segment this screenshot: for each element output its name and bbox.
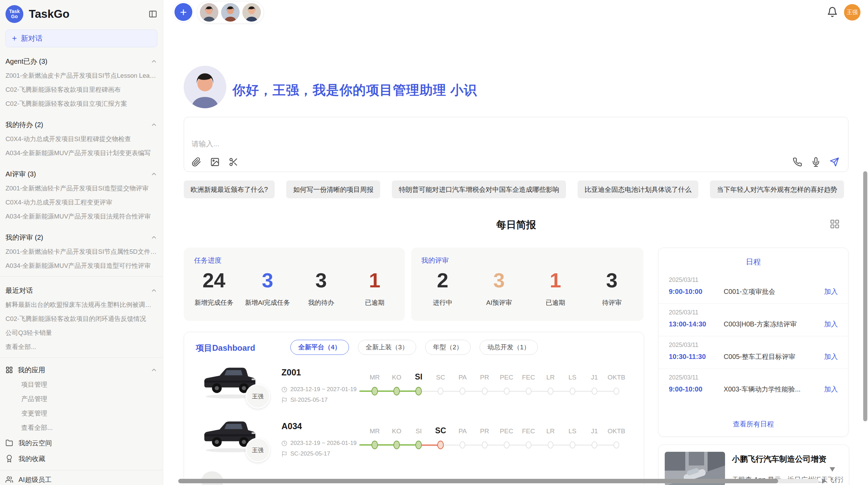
sidebar-item-ai-staff[interactable]: AI超级员工: [5, 472, 157, 485]
user-avatar[interactable]: 王强: [844, 4, 860, 21]
chevron-up-icon[interactable]: [150, 234, 157, 241]
milestone-dot[interactable]: [460, 442, 466, 449]
recent-view-all[interactable]: 查看全部...: [5, 340, 157, 354]
project-row[interactable]: 王强 A034 2023-12-19 ~ 2026-01-19 SC-2025-…: [202, 416, 641, 468]
milestone-dot[interactable]: [614, 388, 619, 395]
milestone-dot[interactable]: [394, 387, 400, 396]
filter-pill[interactable]: 动总开发（1）: [480, 340, 538, 355]
view-all-schedule-link[interactable]: 查看所有日程: [659, 420, 848, 436]
schedule-name: C003|H0B-方案冻结评审: [724, 320, 824, 329]
scroll-right-arrow[interactable]: [822, 479, 827, 484]
recent-chat-item[interactable]: 解释最新出台的欧盟报废车法规再生塑料比例被调至15%...: [5, 298, 157, 312]
sidebar-item[interactable]: C02-飞腾新能源轻客改款项目里程碑画布: [5, 83, 157, 97]
suggestion-chip[interactable]: 欧洲新规最近颁布了什么?: [184, 181, 275, 198]
milestone-dot[interactable]: [415, 441, 422, 449]
sidebar-item[interactable]: Z001-全新燃油皮卡产品开发项目SI节点Lesson Learn报告: [5, 69, 157, 83]
milestone-dot[interactable]: [614, 442, 619, 449]
sidebar-item[interactable]: C02-飞腾新能源轻客改款项目立项汇报方案: [5, 97, 157, 111]
app-item[interactable]: 产品管理: [5, 392, 157, 406]
chevron-up-icon[interactable]: [150, 121, 157, 128]
join-link[interactable]: 加入: [824, 352, 838, 361]
sidebar-group-header-ai-review[interactable]: AI评审 (3): [5, 167, 157, 181]
filter-pill[interactable]: 全新上装（3）: [358, 340, 417, 355]
milestone-dot[interactable]: [415, 387, 422, 396]
recent-chat-item[interactable]: C02-飞腾新能源轻客改款项目的闭环通告反馈情况: [5, 312, 157, 326]
sidebar-collapse-icon[interactable]: [148, 10, 157, 18]
suggestion-chip[interactable]: 特朗普可能对进口汽车增税会对中国车企造成哪些影响: [392, 181, 566, 198]
milestone-dot[interactable]: [504, 442, 509, 449]
milestone-dot[interactable]: [482, 442, 487, 449]
milestone-dot[interactable]: [372, 441, 378, 449]
new-chat-button[interactable]: + 新对话: [5, 29, 157, 47]
send-icon[interactable]: [830, 157, 839, 167]
microphone-icon[interactable]: [811, 157, 821, 167]
horizontal-scrollbar[interactable]: [178, 479, 778, 483]
sidebar-my-apps[interactable]: 我的应用: [5, 362, 157, 377]
milestone-dot[interactable]: [592, 388, 598, 395]
vertical-scrollbar[interactable]: [863, 171, 867, 421]
join-link[interactable]: 加入: [824, 287, 838, 296]
message-input[interactable]: 请输入...: [184, 117, 848, 172]
milestone-dot[interactable]: [547, 442, 553, 449]
milestone-dot[interactable]: [547, 388, 553, 395]
image-icon[interactable]: [210, 157, 220, 167]
chevron-up-icon[interactable]: [150, 366, 157, 373]
project-dates: 2023-12-19 ~ 2027-01-19: [281, 386, 357, 393]
app-item[interactable]: 查看全部...: [5, 421, 157, 435]
sidebar-group-header-my-todo[interactable]: 我的待办 (2): [5, 117, 157, 132]
stat-label: 已逾期: [365, 298, 384, 307]
scroll-down-arrow[interactable]: [830, 467, 835, 472]
scissors-icon[interactable]: [229, 157, 238, 167]
recent-chat-item[interactable]: 公司Q3轻卡销量: [5, 326, 157, 340]
group-title: 我的评审 (2): [5, 233, 43, 242]
milestone-dot[interactable]: [526, 388, 531, 395]
sidebar-item[interactable]: C0X4-动力总成开发项目SI里程碑提交物检查: [5, 132, 157, 146]
milestone-dot[interactable]: [437, 441, 444, 449]
folder-icon: [5, 439, 13, 447]
avatar[interactable]: [221, 3, 240, 22]
sidebar-item[interactable]: Z001-全新燃油轻卡产品开发项目SI节点属性5D文件评审: [5, 245, 157, 259]
chevron-up-icon[interactable]: [150, 287, 157, 294]
milestone-label: J1: [591, 374, 598, 381]
chevron-up-icon[interactable]: [150, 58, 157, 65]
sidebar-item[interactable]: A034-全新新能源MUV产品开发项目法规符合性评审: [5, 209, 157, 223]
sidebar-group-header-agent-done[interactable]: Agent已办 (3): [5, 54, 157, 69]
project-row[interactable]: 王强 Z001 2023-12-19 ~ 2027-01-19 SI-2025-…: [202, 362, 641, 414]
phone-icon[interactable]: [793, 157, 802, 167]
join-link[interactable]: 加入: [824, 385, 838, 394]
milestone-dot[interactable]: [569, 442, 575, 449]
sidebar-item-favorites[interactable]: 我的收藏: [5, 451, 157, 467]
sidebar-group-header-my-review[interactable]: 我的评审 (2): [5, 230, 157, 245]
filter-pill[interactable]: 年型（2）: [425, 340, 471, 355]
milestone-dot[interactable]: [504, 388, 509, 395]
milestone-dot[interactable]: [569, 388, 575, 395]
join-link[interactable]: 加入: [824, 320, 838, 329]
suggestion-chip[interactable]: 比亚迪全固态电池计划具体说了什么: [578, 181, 698, 198]
sidebar-item[interactable]: C0X4-动力总成开发项目工程变更评审: [5, 195, 157, 209]
stat-value: 1: [550, 270, 561, 291]
filter-pill[interactable]: 全新平台（4）: [290, 340, 349, 355]
sidebar-item-cloud-space[interactable]: 我的云空间: [5, 435, 157, 451]
milestone-dot[interactable]: [460, 388, 466, 395]
suggestion-chip[interactable]: 如何写一份清晰的项目周报: [286, 181, 380, 198]
sidebar-item[interactable]: A034-全新新能源MUV产品开发项目造型可行性评审: [5, 259, 157, 273]
sidebar-item[interactable]: Z001-全新燃油轻卡产品开发项目SI造型提交物评审: [5, 181, 157, 195]
new-session-button[interactable]: +: [174, 3, 192, 21]
app-item[interactable]: 项目管理: [5, 377, 157, 392]
chevron-up-icon[interactable]: [150, 171, 157, 177]
milestone-dot[interactable]: [372, 387, 378, 396]
avatar[interactable]: [200, 3, 218, 22]
sidebar-group-header-recent[interactable]: 最近对话: [5, 283, 157, 298]
milestone-dot[interactable]: [394, 441, 400, 449]
milestone-dot[interactable]: [482, 388, 487, 395]
app-item[interactable]: 变更管理: [5, 406, 157, 421]
suggestion-chip[interactable]: 当下年轻人对汽车外观有怎样的喜好趋势: [710, 181, 844, 198]
milestone-dot[interactable]: [592, 442, 598, 449]
briefing-layout-icon[interactable]: [830, 219, 840, 229]
milestone-dot[interactable]: [526, 442, 531, 449]
sidebar-item[interactable]: A034-全新新能源MUV产品开发项目计划变更表编写: [5, 146, 157, 160]
milestone-dot[interactable]: [438, 388, 444, 395]
avatar[interactable]: [242, 3, 261, 22]
notification-bell-icon[interactable]: [827, 7, 838, 17]
paperclip-icon[interactable]: [192, 157, 201, 167]
